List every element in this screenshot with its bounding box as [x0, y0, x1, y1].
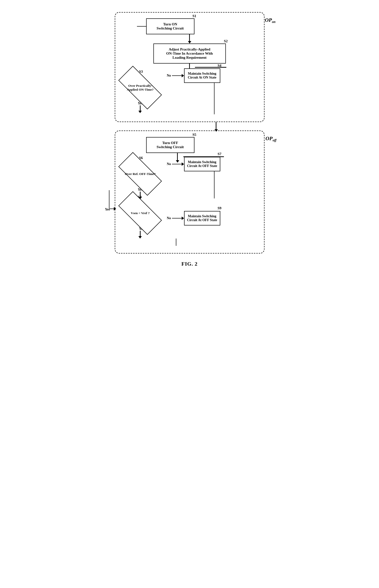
- s5-box: S5 Turn OFFSwitching Circuit: [146, 137, 194, 153]
- op-off-flow: S5 Turn OFFSwitching Circuit S6: [121, 136, 258, 246]
- s2-box: S2 Adjust Practically-AppliedON-Time In …: [153, 44, 226, 64]
- s7-label: S7: [218, 152, 221, 156]
- page: OPon S1 Turn ONSwitching Circuit: [105, 5, 274, 277]
- op-on-label: OPon: [265, 17, 275, 24]
- s1-box: S1 Turn ONSwitching Circuit: [146, 18, 194, 34]
- s4-box: Maintain SwitchingCircuit At ON State: [184, 68, 220, 83]
- no-arrow-head: [182, 74, 184, 77]
- s1-section: S1 Turn ONSwitching Circuit S2 Adjust Pr…: [121, 18, 258, 114]
- s4-label: S4: [218, 64, 221, 68]
- op-off-label: OPoff: [266, 135, 276, 142]
- s1-label: S1: [192, 14, 196, 18]
- s7-arrow-head: [182, 163, 184, 166]
- arrow-between: [215, 122, 218, 132]
- s2-label: S2: [224, 39, 228, 43]
- s3-no-label: No: [167, 74, 171, 78]
- arrow-s3-yes: [138, 105, 142, 113]
- op-on-box: OPon S1 Turn ONSwitching Circuit: [115, 12, 265, 122]
- s5-label: S5: [192, 133, 196, 137]
- s8-s9-row: Yes S8 Vsen < Vref ?: [114, 197, 251, 239]
- fig-label: FIG. 2: [115, 261, 265, 267]
- op-off-box: OPoff S5 Turn OFFSwitching Circuit: [115, 131, 265, 254]
- arrow-s1-s2: [188, 34, 191, 44]
- s9-box: Maintain SwitchingCircuit At OFF State: [184, 211, 220, 226]
- s8-no-label: No: [167, 216, 171, 220]
- inter-box-arrow: [168, 122, 265, 132]
- s7-box: Maintain SwitchingCircuit At OFF State: [184, 157, 220, 171]
- arrow-s8-yes: [138, 231, 142, 239]
- s9-arrow-head: [182, 216, 184, 220]
- s6-no-label: No: [167, 162, 171, 166]
- s3-s4-row: S3 Over Practically-Applied ON-Time? Yes: [114, 73, 251, 114]
- s9-label: S9: [218, 206, 221, 210]
